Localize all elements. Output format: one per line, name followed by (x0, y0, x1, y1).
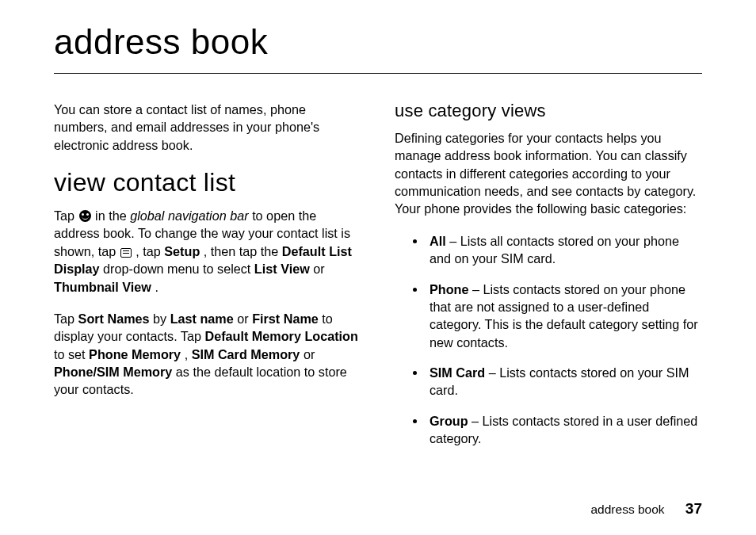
text: . (155, 280, 158, 294)
page-title: address book (54, 22, 702, 67)
right-column: use category views Defining categories f… (395, 101, 702, 460)
text: to set (54, 347, 89, 361)
list-item: Group – Lists contacts stored in a user … (426, 412, 702, 448)
category-desc: – Lists all contacts stored on your phon… (430, 234, 679, 266)
text: Tap (54, 311, 78, 326)
view-contact-list-paragraph-2: Tap Sort Names by Last name or First Nam… (54, 310, 361, 399)
category-name: Group (430, 414, 468, 428)
list-item: SIM Card – Lists contacts stored on your… (426, 364, 702, 399)
menu-icon (120, 248, 132, 258)
sim-card-memory-label: SIM Card Memory (192, 347, 300, 361)
category-name: Phone (430, 282, 468, 296)
intro-paragraph: You can store a contact list of names, p… (54, 101, 361, 154)
category-name: SIM Card (430, 365, 485, 380)
subsection-heading-use-category-views: use category views (395, 101, 702, 121)
text: , then tap the (204, 244, 282, 258)
text: by (153, 311, 170, 326)
text: or (304, 347, 315, 361)
page-footer: address book 37 (590, 500, 702, 518)
text: Tap (54, 208, 78, 223)
category-desc: – Lists contacts stored in a user define… (430, 414, 697, 445)
first-name-label: First Name (252, 311, 319, 326)
category-desc: – Lists contacts stored on your phone th… (430, 282, 698, 350)
list-item: Phone – Lists contacts stored on your ph… (426, 281, 702, 351)
sort-names-label: Sort Names (78, 311, 150, 326)
footer-section-label: address book (590, 503, 664, 516)
text: or (237, 311, 252, 326)
phone-memory-label: Phone Memory (89, 347, 181, 361)
text: , tap (136, 244, 164, 258)
category-list: All – Lists all contacts stored on your … (395, 232, 702, 448)
left-column: You can store a contact list of names, p… (54, 101, 361, 460)
text: or (313, 262, 324, 276)
text: drop-down menu to select (103, 262, 254, 276)
title-rule (54, 73, 702, 74)
setup-label: Setup (164, 244, 200, 258)
thumbnail-view-label: Thumbnail View (54, 280, 151, 294)
section-heading-view-contact-list: view contact list (54, 168, 361, 197)
default-memory-location-label: Default Memory Location (204, 329, 357, 343)
category-name: All (430, 234, 446, 248)
view-contact-list-paragraph-1: Tap in the global navigation bar to open… (54, 207, 361, 296)
list-item: All – Lists all contacts stored on your … (426, 232, 702, 268)
text: in the (95, 208, 130, 223)
phone-sim-memory-label: Phone/SIM Memory (54, 365, 172, 379)
two-column-layout: You can store a contact list of names, p… (54, 101, 702, 460)
contacts-icon (79, 210, 91, 222)
category-views-intro: Defining categories for your contacts he… (395, 129, 702, 218)
manual-page: address book You can store a contact lis… (0, 0, 756, 535)
page-number: 37 (685, 500, 702, 517)
text: , (185, 347, 192, 361)
last-name-label: Last name (170, 311, 234, 326)
list-view-label: List View (254, 262, 310, 276)
global-navigation-bar-term: global navigation bar (130, 208, 248, 223)
